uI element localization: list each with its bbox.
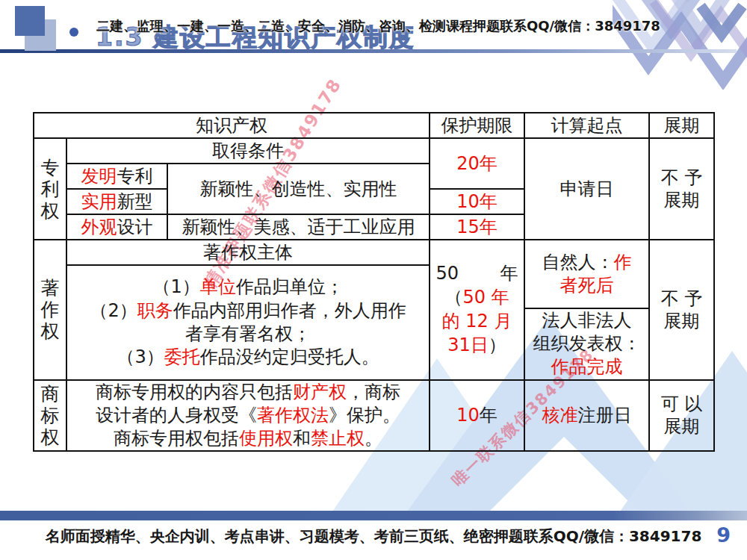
trademark-renewal-cell: 可 以 展期 [649,380,714,452]
invention-criteria-cell: 新颖性、创造性、实用性 [167,164,430,214]
term-15-cell: 15年 [430,214,524,240]
header-cell-renewal: 展期 [649,113,714,138]
invention-type-cell: 发明专利 [66,164,167,189]
header-cell-term: 保护期限 [430,113,524,138]
footer-bar [0,511,747,520]
acquire-row: 专 利 权 取得条件 20年 申请日 不 予 展期 [34,138,714,164]
copyright-content-cell: （1）单位作品归单位；（2）职务作品内部用归作者，外人用作者享有署名权；（3）委… [66,265,430,380]
header-cell-ip: 知识产权 [34,113,430,138]
header-cell-start: 计算起点 [524,113,649,138]
header-contact-line: 二建、监理、一建、一造、二造、安全、消防、咨询、检测课程押题联系QQ/微信：38… [96,17,660,35]
trademark-label-cell: 商 标 权 [34,380,66,452]
acquire-header-cell: 取得条件 [66,138,430,164]
design-type-cell: 外观设计 [66,214,167,240]
patent-label-cell: 专 利 权 [34,138,66,240]
slide: 精准押题联系微信3849178 唯一联系微信3849178 1.3 建设工程知识… [0,0,747,560]
decor-square-dark [15,6,45,36]
subject-header-cell: 著作权主体 [66,240,430,265]
trademark-start-cell: 核准注册日 [524,380,649,452]
trademark-content-cell: 商标专用权的内容只包括财产权，商标设计者的人身权受《著作权法》保护。商标专用权包… [66,380,430,452]
chevron-decoration-icon [613,0,747,90]
term-20-cell: 20年 [430,138,524,189]
patent-start-cell: 申请日 [524,138,649,240]
copyright-term-cell: 50 年（50 年的 12 月31日） [430,240,524,380]
title-bullet-icon [69,28,78,37]
utility-type-cell: 实用新型 [66,189,167,214]
copyright-renewal-cell: 不 予 展期 [649,240,714,380]
design-criteria-cell: 新颖性、美感、适于工业应用 [167,214,430,240]
patent-renewal-cell: 不 予 展期 [649,138,714,240]
term-10-cell: 10年 [430,189,524,214]
page-number: 9 [716,523,731,547]
copyright-label-cell: 著 作 权 [34,240,66,380]
subject-row: 著 作 权 著作权主体 50 年（50 年的 12 月31日） 自然人：作者死后… [34,240,714,265]
legal-person-cell: 法人非法人组织发表权：作品完成 [524,308,649,380]
ip-rights-table: 知识产权 保护期限 计算起点 展期 专 利 权 取得条件 20年 申请日 不 予… [33,112,715,452]
trademark-term-cell: 10年 [430,380,524,452]
trademark-row: 商 标 权 商标专用权的内容只包括财产权，商标设计者的人身权受《著作权法》保护。… [34,380,714,452]
natural-person-cell: 自然人：作者死后 [524,240,649,308]
footer-promo-line: 名师面授精华、央企内训、考点串讲、习题模考、考前三页纸、绝密押题联系QQ/微信：… [0,526,747,547]
table-header-row: 知识产权 保护期限 计算起点 展期 [34,113,714,138]
